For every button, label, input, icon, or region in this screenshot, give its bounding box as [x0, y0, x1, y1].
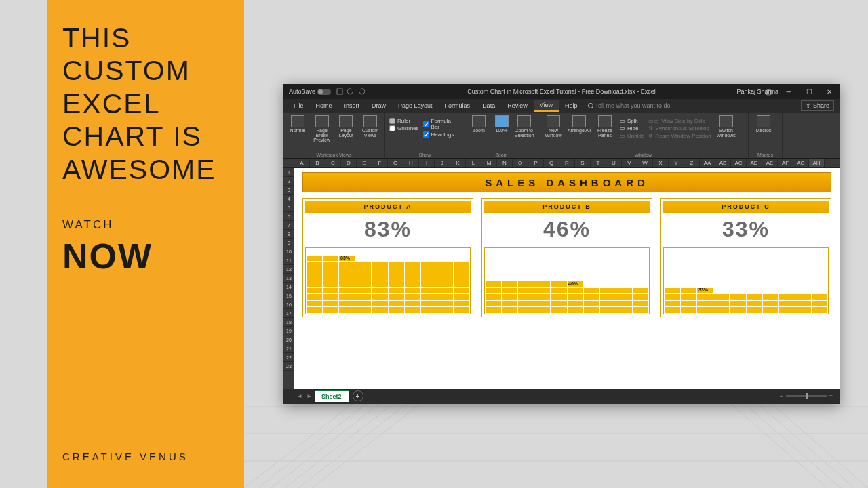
new-window-button[interactable]: New Window	[541, 115, 566, 138]
row-header[interactable]: 1	[283, 168, 294, 177]
tab-insert[interactable]: Insert	[338, 100, 366, 111]
row-header[interactable]: 21	[283, 344, 294, 353]
save-icon[interactable]	[336, 88, 343, 95]
column-header[interactable]: L	[466, 159, 481, 167]
sheet-tab-active[interactable]: Sheet2	[315, 390, 349, 402]
column-header[interactable]: AG	[793, 159, 809, 167]
add-sheet-icon[interactable]: +	[353, 390, 363, 401]
tab-help[interactable]: Help	[559, 100, 584, 111]
tab-page-layout[interactable]: Page Layout	[392, 100, 439, 111]
column-header[interactable]: W	[637, 159, 653, 167]
column-header[interactable]: V	[622, 159, 637, 167]
switch-windows-button[interactable]: Switch Windows	[714, 115, 738, 138]
tab-file[interactable]: File	[288, 100, 310, 111]
toggle-off-icon[interactable]	[317, 89, 331, 95]
row-header[interactable]: 2	[283, 177, 294, 186]
split-button[interactable]: ▭ Split	[620, 118, 644, 124]
ruler-checkbox[interactable]: Ruler	[389, 118, 419, 124]
row-header[interactable]: 18	[283, 318, 294, 327]
column-header[interactable]: AC	[731, 159, 747, 167]
row-header[interactable]: 9	[283, 239, 294, 247]
tab-view[interactable]: View	[534, 100, 559, 112]
column-header[interactable]: H	[403, 159, 419, 167]
column-header[interactable]: AA	[700, 159, 715, 167]
tab-home[interactable]: Home	[310, 100, 338, 111]
share-button[interactable]: ⇪ Share	[801, 100, 834, 111]
row-header[interactable]: 20	[283, 336, 294, 344]
sheet-canvas[interactable]: SALES DASHBOARD PRODUCT A83%83%PRODUCT B…	[294, 168, 840, 389]
row-header[interactable]: 15	[283, 291, 294, 300]
column-header[interactable]: M	[481, 159, 497, 167]
column-headers[interactable]: ABCDEFGHIJKLMNOPQRSTUVWXYZAAABACADAEAFAG…	[283, 159, 840, 168]
row-header[interactable]: 5	[283, 203, 294, 212]
macros-button[interactable]: Macros	[751, 115, 776, 133]
column-header[interactable]: X	[653, 159, 669, 167]
column-header[interactable]: AH	[809, 159, 825, 167]
zoom-in-icon[interactable]: +	[829, 392, 833, 399]
row-header[interactable]: 10	[283, 247, 294, 256]
tab-review[interactable]: Review	[501, 100, 534, 111]
column-header[interactable]: O	[513, 159, 528, 167]
row-header[interactable]: 11	[283, 256, 294, 265]
column-header[interactable]: AB	[715, 159, 731, 167]
column-header[interactable]: AF	[778, 159, 793, 167]
row-header[interactable]: 7	[283, 221, 294, 230]
page-layout-button[interactable]: Page Layout	[335, 115, 358, 138]
column-header[interactable]: Q	[544, 159, 559, 167]
tell-me-input[interactable]: Tell me what you want to do	[595, 102, 671, 109]
formula-bar-checkbox[interactable]: Formula Bar	[423, 118, 460, 130]
autosave-toggle[interactable]: AutoSave	[289, 88, 331, 95]
column-header[interactable]: D	[341, 159, 357, 167]
column-header[interactable]: N	[497, 159, 513, 167]
column-header[interactable]: T	[591, 159, 606, 167]
tab-data[interactable]: Data	[476, 100, 501, 111]
row-header[interactable]: 17	[283, 309, 294, 318]
column-header[interactable]: AD	[747, 159, 762, 167]
close-icon[interactable]: ✕	[819, 84, 840, 99]
tab-draw[interactable]: Draw	[366, 100, 392, 111]
zoom-out-icon[interactable]: −	[779, 392, 783, 399]
row-header[interactable]: 6	[283, 212, 294, 221]
row-header[interactable]: 4	[283, 195, 294, 203]
normal-button[interactable]: Normal	[286, 115, 309, 133]
row-header[interactable]: 19	[283, 327, 294, 336]
column-header[interactable]: R	[559, 159, 575, 167]
select-all-button[interactable]	[283, 159, 294, 167]
freeze-panes-button[interactable]: Freeze Panes	[593, 115, 617, 138]
column-header[interactable]: B	[310, 159, 326, 167]
column-header[interactable]: E	[357, 159, 372, 167]
zoom-100-button[interactable]: 100%	[491, 115, 513, 133]
tab-prev-icon[interactable]: ◄	[296, 393, 304, 399]
row-header[interactable]: 22	[283, 353, 294, 362]
ribbon-options-icon[interactable]: ▢	[758, 84, 778, 99]
tab-next-icon[interactable]: ►	[305, 393, 313, 399]
column-header[interactable]: K	[450, 159, 466, 167]
worksheet[interactable]: ABCDEFGHIJKLMNOPQRSTUVWXYZAAABACADAEAFAG…	[283, 159, 840, 389]
column-header[interactable]: C	[326, 159, 341, 167]
unhide-button[interactable]: ▭ Unhide	[620, 133, 644, 139]
column-header[interactable]: J	[435, 159, 450, 167]
row-headers[interactable]: 1234567891011121314151617181920212223	[283, 168, 294, 389]
zoom-button[interactable]: Zoom	[468, 115, 490, 133]
column-header[interactable]: S	[575, 159, 591, 167]
column-header[interactable]: G	[388, 159, 403, 167]
minimize-icon[interactable]: ─	[778, 84, 799, 99]
headings-checkbox[interactable]: Headings	[423, 131, 460, 138]
tab-formulas[interactable]: Formulas	[439, 100, 477, 111]
maximize-icon[interactable]: ☐	[799, 84, 819, 99]
column-header[interactable]: P	[528, 159, 544, 167]
hide-button[interactable]: ▭ Hide	[620, 125, 644, 131]
column-header[interactable]: U	[606, 159, 622, 167]
column-header[interactable]: I	[419, 159, 435, 167]
redo-icon[interactable]	[358, 88, 365, 95]
arrange-all-button[interactable]: Arrange All	[567, 115, 591, 133]
row-header[interactable]: 14	[283, 283, 294, 291]
undo-icon[interactable]	[347, 88, 354, 95]
row-header[interactable]: 13	[283, 274, 294, 283]
page-break-button[interactable]: Page Break Preview	[311, 115, 334, 142]
row-header[interactable]: 3	[283, 186, 294, 195]
column-header[interactable]: A	[294, 159, 310, 167]
row-header[interactable]: 12	[283, 265, 294, 274]
column-header[interactable]: F	[372, 159, 388, 167]
slider-track[interactable]	[786, 395, 827, 397]
